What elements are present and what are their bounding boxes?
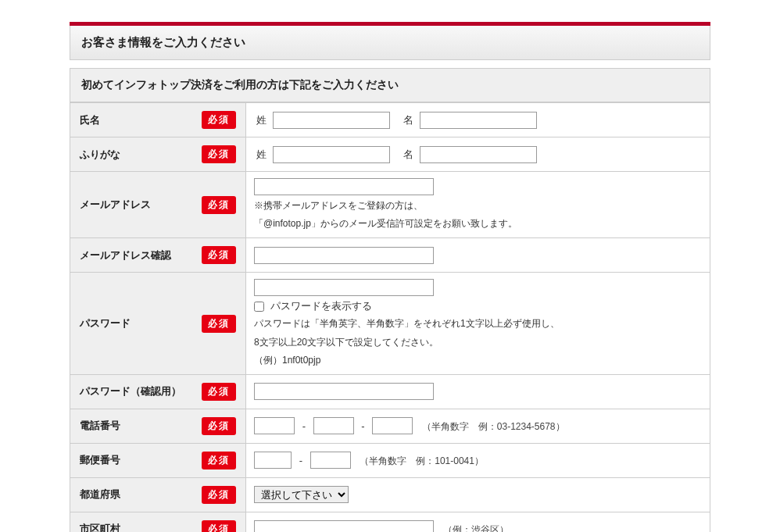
password-note2: 8文字以上20文字以下で設定してください。 [254,335,702,350]
city-input[interactable] [254,520,434,532]
required-badge: 必須 [202,383,236,401]
password-input[interactable] [254,279,434,296]
row-prefecture: 都道府県 必須 選択して下さい [70,477,710,512]
row-city: 市区町村 必須 （例：渋谷区） [70,512,710,532]
furigana-firstname-input[interactable] [420,146,537,163]
row-password: パスワード 必須 パスワードを表示する パスワードは「半角英字、半角数字」をそれ… [70,273,710,375]
password-confirm-input[interactable] [254,383,434,400]
label-furigana: ふりがな [80,148,120,162]
section-title: 初めてインフォトップ決済をご利用の方は下記をご入力ください [70,68,710,102]
label-pref: 都道府県 [80,487,120,502]
password-note1: パスワードは「半角英字、半角数字」をそれぞれ1文字以上必ず使用し、 [254,316,702,331]
phone-3-input[interactable] [372,417,413,434]
furigana-firstname-prefix: 名 [401,148,415,162]
email-input[interactable] [254,178,434,195]
city-hint: （例：渋谷区） [443,524,509,532]
lastname-prefix: 姓 [254,113,268,127]
row-name: 氏名 必須 姓 名 [70,103,710,137]
label-password: パスワード [80,316,131,330]
row-email-confirm: メールアドレス確認 必須 [70,238,710,273]
customer-form-table: 氏名 必須 姓 名 ふりがな 必須 姓 名 [70,102,710,532]
show-password-checkbox[interactable] [254,302,264,312]
label-name: 氏名 [80,113,100,127]
page-title: お客さま情報をご入力ください [70,26,710,60]
row-furigana: ふりがな 必須 姓 名 [70,137,710,172]
email-confirm-input[interactable] [254,247,434,264]
label-phone: 電話番号 [80,419,120,433]
required-badge: 必須 [202,315,236,333]
phone-sep1: - [302,420,306,432]
required-badge: 必須 [202,520,236,532]
row-email: メールアドレス 必須 ※携帯メールアドレスをご登録の方は、 「@infotop.… [70,172,710,238]
label-password-confirm: パスワード（確認用） [80,384,181,398]
phone-sep2: - [361,420,364,432]
row-phone: 電話番号 必須 - - （半角数字 例：03-1234-5678） [70,409,710,443]
required-badge: 必須 [202,111,236,129]
postal-sep: - [299,455,302,466]
postal-1-input[interactable] [254,452,292,469]
required-badge: 必須 [202,196,236,214]
phone-1-input[interactable] [254,417,295,434]
lastname-input[interactable] [273,112,390,129]
firstname-prefix: 名 [401,113,415,127]
row-postal: 郵便番号 必須 - （半角数字 例：101-0041） [70,443,710,477]
email-note2: 「@infotop.jp」からのメール受信許可設定をお願い致します。 [254,216,702,231]
firstname-input[interactable] [420,112,537,129]
phone-hint: （半角数字 例：03-1234-5678） [422,421,565,432]
postal-2-input[interactable] [310,452,351,469]
required-badge: 必須 [202,246,236,264]
furigana-lastname-input[interactable] [273,146,390,163]
phone-2-input[interactable] [313,417,354,434]
row-password-confirm: パスワード（確認用） 必須 [70,374,710,409]
prefecture-select[interactable]: 選択して下さい [254,486,349,503]
required-badge: 必須 [202,486,236,504]
password-note3: （例）1nf0t0pjp [254,353,702,368]
furigana-lastname-prefix: 姓 [254,148,268,162]
show-password-label: パスワードを表示する [270,300,372,312]
required-badge: 必須 [202,417,236,435]
label-postal: 郵便番号 [80,453,120,467]
label-email-confirm: メールアドレス確認 [80,248,171,262]
required-badge: 必須 [202,145,236,163]
email-note1: ※携帯メールアドレスをご登録の方は、 [254,198,702,213]
label-email: メールアドレス [80,198,151,212]
required-badge: 必須 [202,452,236,470]
label-city: 市区町村 [80,522,120,532]
postal-hint: （半角数字 例：101-0041） [360,455,484,466]
